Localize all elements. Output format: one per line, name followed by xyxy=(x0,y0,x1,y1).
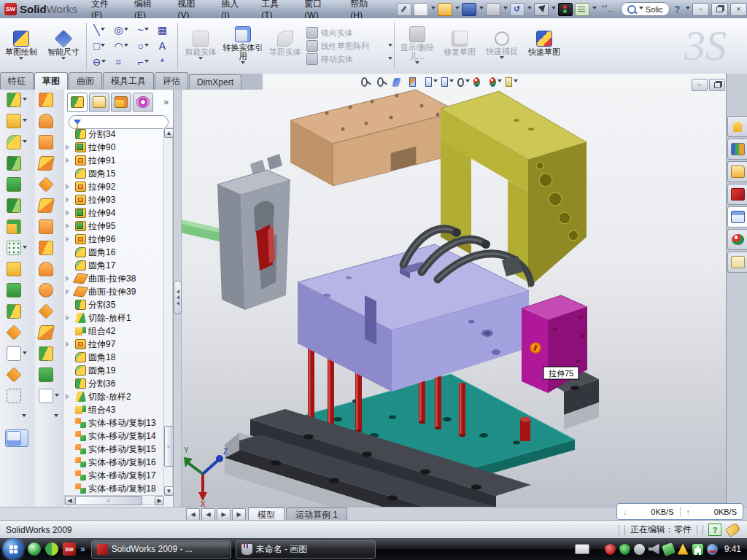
close-button[interactable]: × xyxy=(730,3,747,16)
dropdown-icon[interactable] xyxy=(61,57,66,62)
configuration-manager-tab[interactable] xyxy=(111,93,131,112)
ribbon-tab[interactable]: 曲面 xyxy=(69,72,102,90)
scroll-right-button[interactable]: ▶ xyxy=(155,496,164,505)
warning-tray-icon[interactable] xyxy=(678,544,689,555)
surface-mid-icon[interactable] xyxy=(39,177,59,192)
dropdown-icon[interactable] xyxy=(388,44,392,49)
expand-arrow-icon[interactable] xyxy=(66,197,73,203)
surface-revolve-icon[interactable] xyxy=(39,114,59,128)
toolbar-stack-button[interactable]: 移动实体 xyxy=(306,53,392,65)
mold-dome-icon[interactable] xyxy=(39,368,59,382)
sketch-entity-icon[interactable]: ▦ xyxy=(154,22,176,38)
feature-tree-item[interactable]: 拉伸94 xyxy=(64,206,163,219)
dropdown-icon[interactable] xyxy=(433,79,438,85)
feature-tree-item[interactable]: 拉伸95 xyxy=(64,219,163,233)
expand-arrow-icon[interactable] xyxy=(66,276,73,281)
sketch-entity-icon[interactable]: * xyxy=(154,54,176,70)
feature-tree-item[interactable]: 拉伸96 xyxy=(64,233,163,246)
cavity-plate-part[interactable] xyxy=(290,90,458,186)
hide-show-items-icon[interactable] xyxy=(457,77,470,88)
expand-arrow-icon[interactable] xyxy=(66,394,73,400)
feature-tree-item[interactable]: 拉伸91 xyxy=(64,154,163,167)
dropdown-icon[interactable] xyxy=(23,351,27,357)
ribbon-tab[interactable]: 特征 xyxy=(0,72,34,90)
dropdown-icon[interactable] xyxy=(55,394,59,399)
toolbar-button[interactable]: 等距实体 xyxy=(264,18,306,74)
expand-arrow-icon[interactable] xyxy=(66,158,73,163)
slide-block-part[interactable] xyxy=(217,154,290,310)
print-icon[interactable] xyxy=(486,3,500,16)
new-dropdown-icon[interactable] xyxy=(431,7,436,12)
toolbar-button[interactable]: 转换实体引用 xyxy=(222,18,264,74)
ribbon-tab[interactable]: 草图 xyxy=(34,72,68,90)
surface-extend-icon[interactable] xyxy=(39,241,59,255)
display-style-icon[interactable] xyxy=(441,77,454,88)
search-input[interactable]: Solic xyxy=(646,5,663,14)
swept-boss-icon[interactable] xyxy=(7,156,27,171)
expand-arrow-icon[interactable] xyxy=(66,341,73,347)
splitter-collapse-handle[interactable] xyxy=(174,281,182,314)
surface-cut-icon[interactable] xyxy=(39,135,59,149)
quick-tips-icon[interactable]: ? xyxy=(708,524,721,536)
panel-chevron[interactable]: » xyxy=(163,97,170,107)
sketch-entity-icon[interactable]: ○ xyxy=(132,38,154,54)
boundary-boss-icon[interactable] xyxy=(7,198,27,213)
appearances-scenes-tab[interactable] xyxy=(727,229,747,250)
feature-tree-item[interactable]: 组合42 xyxy=(64,324,163,338)
mold-spline-icon[interactable] xyxy=(39,410,58,423)
feature-tree-item[interactable]: 实体-移动/复制18 xyxy=(64,482,163,495)
help-dropdown-icon[interactable] xyxy=(686,7,690,12)
feature-tree-item[interactable]: 实体-移动/复制13 xyxy=(64,416,163,429)
feature-tree-item[interactable]: 曲面-拉伸39 xyxy=(64,285,163,298)
task-button[interactable]: 未命名 - 画图 xyxy=(236,540,376,559)
toolbar-button[interactable]: 剪裁实体 xyxy=(179,18,222,74)
model-tab[interactable]: 模型 xyxy=(248,508,285,521)
save-dropdown-icon[interactable] xyxy=(479,7,484,12)
linear-pattern-icon[interactable] xyxy=(7,241,27,255)
scroll-thumb[interactable]: ≡ xyxy=(164,426,174,467)
dropdown-icon[interactable] xyxy=(101,44,105,49)
solidworks-quicklaunch-icon[interactable]: SW xyxy=(63,542,76,556)
open-dropdown-icon[interactable] xyxy=(455,7,460,12)
dropdown-icon[interactable] xyxy=(19,57,23,62)
search-dropdown-icon[interactable] xyxy=(639,7,643,12)
volume-icon[interactable] xyxy=(649,544,659,555)
sketch-entity-icon[interactable]: ⌐ xyxy=(132,54,154,70)
expand-arrow-icon[interactable] xyxy=(66,144,73,150)
undo-dropdown-icon[interactable] xyxy=(527,7,532,12)
rib-icon[interactable] xyxy=(7,262,27,276)
feature-tree-item[interactable]: 分割36 xyxy=(64,377,163,390)
toolbar-button[interactable]: 快速草图 xyxy=(523,18,565,74)
expand-arrow-icon[interactable] xyxy=(66,315,73,321)
tree-vertical-scrollbar[interactable]: ▲ ≡ ▼ xyxy=(163,128,173,495)
tab-nav-button[interactable]: ▶ xyxy=(217,508,231,521)
expand-arrow-icon[interactable] xyxy=(66,236,73,242)
file-explorer-tab[interactable] xyxy=(727,161,747,182)
toolbar-button[interactable]: 智能尺寸 xyxy=(42,18,85,74)
expand-arrow-icon[interactable] xyxy=(66,210,73,216)
surface-trim-icon[interactable] xyxy=(39,262,59,276)
undo-icon[interactable]: ↺ xyxy=(510,3,525,16)
dropdown-icon[interactable] xyxy=(23,140,27,145)
ribbon-tab[interactable]: DimXpert xyxy=(189,74,241,90)
tab-nav-button[interactable]: ◀ xyxy=(201,508,215,521)
toolbar-stack-button[interactable]: 镜向实体 xyxy=(306,27,392,39)
surface-planar-icon[interactable] xyxy=(39,219,59,234)
custom-properties-tab[interactable] xyxy=(727,252,747,273)
dropdown-icon[interactable] xyxy=(144,28,149,33)
dropdown-icon[interactable] xyxy=(498,79,502,85)
tree-horizontal-scrollbar[interactable]: ◀ ≡ ▶ xyxy=(64,495,163,505)
curve-icon[interactable] xyxy=(7,346,27,361)
feature-tree-item[interactable]: 切除-放样1 xyxy=(64,311,163,324)
feature-manager-tab[interactable] xyxy=(67,93,88,112)
pin-icon[interactable] xyxy=(397,3,411,16)
task-button[interactable]: SolidWorks 2009 - ... xyxy=(91,540,231,559)
dropdown-icon[interactable] xyxy=(23,246,27,251)
reference-feature-icon[interactable] xyxy=(7,219,27,234)
dropdown-icon[interactable] xyxy=(241,61,245,66)
search-box[interactable]: Solic xyxy=(621,2,670,16)
model-tab[interactable]: 运动算例 1 xyxy=(286,508,347,521)
toolbar-button[interactable]: 修复草图 xyxy=(438,18,481,74)
dropdown-icon[interactable] xyxy=(124,28,128,33)
spline-icon[interactable] xyxy=(7,410,26,423)
